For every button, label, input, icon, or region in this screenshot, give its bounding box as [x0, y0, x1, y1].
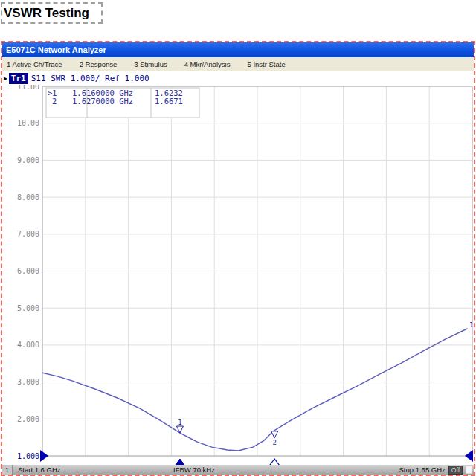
- ref-level-right-triangle-icon[interactable]: [465, 450, 473, 462]
- channel-number: 1: [2, 465, 13, 475]
- ifbw-label: IFBW 70 kHz: [173, 466, 215, 474]
- y-axis-tick-label: 6.000: [17, 267, 39, 275]
- y-axis-tick-label: 11.00: [17, 85, 39, 91]
- slide-title-textbox[interactable]: VSWR Testing: [1, 2, 103, 24]
- y-axis-tick-label: 7.000: [17, 230, 39, 238]
- status-corner-box: [466, 466, 472, 474]
- y-axis-tick-label: 1.000: [17, 452, 39, 460]
- menu-item-4[interactable]: 4 Mkr/Analysis: [184, 60, 231, 68]
- status-off-badge: Off: [448, 466, 463, 475]
- menu-bar: 1 Active Ch/Trace2 Response3 Stimulus4 M…: [2, 57, 474, 71]
- window-titlebar[interactable]: E5071C Network Analyzer: [2, 42, 474, 57]
- active-trace-arrow-icon: ▶: [4, 75, 7, 82]
- network-analyzer-window: E5071C Network Analyzer 1 Active Ch/Trac…: [1, 41, 475, 476]
- window-title: E5071C Network Analyzer: [6, 45, 106, 54]
- y-axis-tick-label: 5.000: [17, 304, 39, 312]
- status-right-group: Stop 1.65 GHz Off: [399, 466, 473, 475]
- trace-settings-text: S11 SWR 1.000/ Ref 1.000: [31, 74, 149, 83]
- marker-2-number: 2: [272, 439, 276, 446]
- menu-item-5[interactable]: 5 Instr State: [247, 60, 285, 68]
- marker-readout-value: 1.6671: [155, 97, 183, 106]
- y-axis-tick-label: 3.000: [17, 378, 39, 386]
- y-axis-tick-label: 2.000: [17, 415, 39, 423]
- menu-item-1[interactable]: 1 Active Ch/Trace: [7, 60, 62, 68]
- trace-end-number: 1: [469, 321, 473, 329]
- y-axis-tick-label: 10.00: [17, 119, 39, 127]
- marker-2-triangle-icon[interactable]: [271, 431, 278, 438]
- menu-item-2[interactable]: 2 Response: [80, 60, 118, 68]
- y-axis-tick-label: 8.000: [17, 193, 39, 202]
- stop-frequency-label: Stop 1.65 GHz: [399, 466, 446, 474]
- slide-title: VSWR Testing: [4, 6, 89, 21]
- instrument-status-bar: 1 Start 1.6 GHz IFBW 70 kHz Stop 1.65 GH…: [2, 465, 474, 475]
- marker-readout-number: 2: [52, 97, 57, 106]
- trace-status-bar: ▶ Tr1 S11 SWR 1.000/ Ref 1.000: [2, 71, 474, 86]
- y-axis-tick-label: 9.000: [17, 156, 39, 164]
- vswr-plot-area: 11.0010.009.0008.0007.0006.0005.0004.000…: [2, 85, 474, 467]
- marker-readout-frequency: 1.6270000 GHz: [72, 97, 133, 106]
- start-frequency-label: Start 1.6 GHz: [18, 466, 61, 474]
- menu-item-3[interactable]: 3 Stimulus: [134, 60, 167, 68]
- ref-level-left-triangle-icon[interactable]: [40, 450, 48, 462]
- marker-1-number: 1: [178, 419, 181, 426]
- trace-label-chip[interactable]: Tr1: [9, 73, 28, 84]
- vswr-trace: [42, 329, 467, 451]
- y-axis-tick-label: 4.000: [17, 341, 39, 349]
